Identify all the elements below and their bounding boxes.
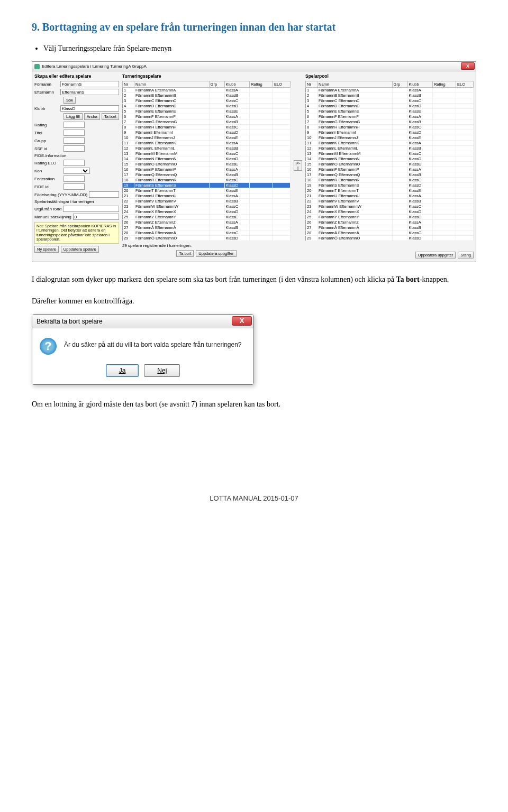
- stang-button[interactable]: Stäng: [458, 252, 474, 259]
- table-row[interactable]: 27FörnamnÅ EfternamnÅKlassB: [123, 225, 291, 230]
- table-row[interactable]: 24FörnamnX EfternamnXKlassD: [123, 209, 291, 215]
- col-elo-r[interactable]: ELO: [456, 81, 473, 88]
- table-row[interactable]: 18FörnamnR EfternamnRKlassC: [306, 178, 474, 183]
- titel-input[interactable]: [64, 130, 85, 136]
- federation-input[interactable]: [64, 176, 85, 182]
- table-row[interactable]: 7FörnamnG EfternamnGKlassB: [306, 119, 474, 125]
- table-row[interactable]: 25FörnamnY EfternamnYKlassE: [306, 215, 474, 220]
- table-row[interactable]: 14FörnamnN EfternamnNKlassD: [123, 156, 291, 162]
- table-row[interactable]: 9FörnamnI EfternamnIKlassD: [123, 130, 291, 135]
- klubb-input[interactable]: [60, 105, 119, 112]
- fodelsedag-input[interactable]: [89, 191, 119, 198]
- table-row[interactable]: 5FörnamnE EfternamnEKlassE: [123, 109, 291, 114]
- sok-button[interactable]: Sök: [64, 97, 76, 104]
- utga-input[interactable]: [63, 206, 119, 212]
- table-row[interactable]: 18FörnamnR EfternamnRKlassC: [123, 178, 291, 183]
- table-row[interactable]: 11FörnamnK EfternamnKKlassA: [306, 141, 474, 146]
- table-row[interactable]: 17FörnamnQ EfternamnQKlassB: [123, 172, 291, 178]
- col-elo[interactable]: ELO: [273, 81, 290, 88]
- table-row[interactable]: 12FörnamnL EfternamnLKlassB: [306, 146, 474, 151]
- table-row[interactable]: 13FörnamnM EfternamnMKlassC: [123, 151, 291, 156]
- uppdatera-spelare-button[interactable]: Uppdatera spelare: [61, 246, 99, 253]
- col-grp[interactable]: Grp: [209, 81, 224, 88]
- player-pool-table[interactable]: Nr Namn Grp Klubb Rating ELO 1FörnamnA E…: [305, 81, 474, 241]
- table-row[interactable]: 4FörnamnD EfternamnDKlassD: [306, 104, 474, 109]
- col-rating[interactable]: Rating: [249, 81, 273, 88]
- col-namn-r[interactable]: Namn: [318, 81, 393, 88]
- col-klubb-r[interactable]: Klubb: [407, 81, 432, 88]
- col-rating-r[interactable]: Rating: [432, 81, 456, 88]
- col-klubb[interactable]: Klubb: [224, 81, 249, 88]
- table-row[interactable]: 26FörnamnZ EfternamnZKlassA: [306, 220, 474, 225]
- close-icon[interactable]: X: [461, 62, 475, 70]
- ratingelo-input[interactable]: [64, 160, 85, 166]
- table-row[interactable]: 26FörnamnZ EfternamnZKlassA: [123, 220, 291, 225]
- col-nr-r[interactable]: Nr: [306, 81, 318, 88]
- table-row[interactable]: 2FörnamnB EfternamnBKlassB: [123, 93, 291, 98]
- nyspelare-button[interactable]: Ny spelare: [34, 246, 59, 253]
- table-row[interactable]: 28FörnamnÄ EfternamnÄKlassC: [123, 230, 291, 236]
- col-grp-r[interactable]: Grp: [392, 81, 407, 88]
- table-row[interactable]: 24FörnamnX EfternamnXKlassD: [306, 209, 474, 215]
- uppdatera-uppgifter-mid-button[interactable]: Uppdatera uppgifter: [196, 250, 236, 257]
- table-row[interactable]: 20FörnamnT EfternamnTKlassE: [123, 188, 291, 193]
- tabort-klubb-button[interactable]: Ta bort: [102, 113, 119, 120]
- table-row[interactable]: 1FörnamnA EfternamnAKlassA: [306, 88, 474, 93]
- table-row[interactable]: 19FörnamnS EfternamnSKlassD: [306, 183, 474, 188]
- grupp-input[interactable]: [64, 137, 85, 144]
- rating-input[interactable]: [64, 122, 85, 128]
- ja-button[interactable]: Ja: [106, 364, 139, 377]
- fideid-input[interactable]: [64, 183, 85, 190]
- table-row[interactable]: 10FörnamnJ EfternamnJKlassE: [123, 135, 291, 141]
- table-row[interactable]: 22FörnamnV EfternamnVKlassB: [123, 199, 291, 204]
- table-row[interactable]: 14FörnamnN EfternamnNKlassD: [306, 156, 474, 162]
- table-row[interactable]: 20FörnamnT EfternamnTKlassE: [306, 188, 474, 193]
- table-row[interactable]: 3FörnamnC EfternamnCKlassC: [306, 98, 474, 104]
- table-row[interactable]: 28FörnamnÄ EfternamnÄKlassC: [306, 230, 474, 236]
- table-row[interactable]: 2FörnamnB EfternamnBKlassB: [306, 93, 474, 98]
- laggtill-button[interactable]: Lägg till: [64, 113, 83, 120]
- table-row[interactable]: 12FörnamnL EfternamnLKlassB: [123, 146, 291, 151]
- table-row[interactable]: 6FörnamnF EfternamnFKlassA: [306, 114, 474, 119]
- efternamn-input[interactable]: [60, 89, 119, 95]
- table-row[interactable]: 8FörnamnH EfternamnHKlassC: [123, 125, 291, 130]
- table-row[interactable]: 29FörnamnÖ EfternamnÖKlassD: [306, 236, 474, 241]
- uppdatera-uppgifter-right-button[interactable]: Uppdatera uppgifter: [415, 252, 456, 259]
- col-nr[interactable]: Nr: [123, 81, 134, 88]
- close-icon[interactable]: X: [232, 316, 252, 326]
- table-row[interactable]: 3FörnamnC EfternamnCKlassC: [123, 98, 291, 104]
- table-row[interactable]: 22FörnamnV EfternamnVKlassB: [306, 199, 474, 204]
- col-namn[interactable]: Namn: [134, 81, 210, 88]
- table-row[interactable]: 16FörnamnP EfternamnPKlassA: [306, 167, 474, 172]
- table-row[interactable]: 15FörnamnO EfternamnOKlassE: [306, 162, 474, 167]
- table-row[interactable]: 21FörnamnU EfternamnUKlassA: [123, 193, 291, 199]
- table-row[interactable]: 5FörnamnE EfternamnEKlassE: [306, 109, 474, 114]
- fornamn-input[interactable]: [60, 81, 119, 87]
- table-row[interactable]: 10FörnamnJ EfternamnJKlassE: [306, 135, 474, 141]
- table-row[interactable]: 1FörnamnA EfternamnAKlassA: [123, 88, 291, 93]
- table-row[interactable]: 19FörnamnS EfternamnSKlassD: [123, 183, 291, 188]
- table-row[interactable]: 29FörnamnÖ EfternamnÖKlassD: [123, 236, 291, 241]
- table-row[interactable]: 21FörnamnU EfternamnUKlassA: [306, 193, 474, 199]
- table-row[interactable]: 16FörnamnP EfternamnPKlassA: [123, 167, 291, 172]
- table-row[interactable]: 6FörnamnF EfternamnFKlassA: [123, 114, 291, 119]
- move-left-button[interactable]: |<-|: [294, 160, 302, 171]
- table-row[interactable]: 9FörnamnI EfternamnIKlassD: [306, 130, 474, 135]
- table-row[interactable]: 25FörnamnY EfternamnYKlassE: [123, 215, 291, 220]
- ssfid-input[interactable]: [64, 145, 85, 152]
- andra-button[interactable]: Ändra: [84, 113, 100, 120]
- table-row[interactable]: 13FörnamnM EfternamnMKlassC: [306, 151, 474, 156]
- table-row[interactable]: 8FörnamnH EfternamnHKlassC: [306, 125, 474, 130]
- table-row[interactable]: 4FörnamnD EfternamnDKlassD: [123, 104, 291, 109]
- manuell-input[interactable]: [73, 214, 119, 220]
- tournament-players-table[interactable]: Nr Namn Grp Klubb Rating ELO 1FörnamnA E…: [122, 81, 291, 241]
- nej-button[interactable]: Nej: [144, 364, 180, 377]
- table-row[interactable]: 11FörnamnK EfternamnKKlassA: [123, 141, 291, 146]
- table-row[interactable]: 23FörnamnW EfternamnWKlassC: [123, 204, 291, 209]
- table-row[interactable]: 15FörnamnO EfternamnOKlassE: [123, 162, 291, 167]
- kon-select[interactable]: [64, 168, 90, 174]
- table-row[interactable]: 27FörnamnÅ EfternamnÅKlassB: [306, 225, 474, 230]
- table-row[interactable]: 7FörnamnG EfternamnGKlassB: [123, 119, 291, 125]
- table-row[interactable]: 23FörnamnW EfternamnWKlassC: [306, 204, 474, 209]
- table-row[interactable]: 17FörnamnQ EfternamnQKlassB: [306, 172, 474, 178]
